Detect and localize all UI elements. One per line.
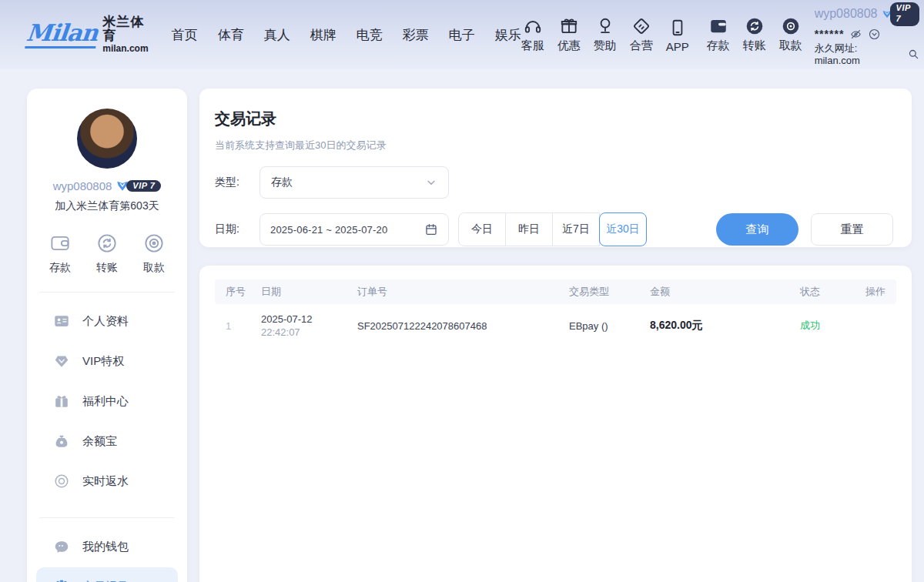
table-row: 1 2025-07-12 22:42:07 SF2025071222420786… <box>215 304 896 347</box>
gem-icon <box>53 353 70 370</box>
sidebar-avatar[interactable] <box>77 109 137 169</box>
row-index: 1 <box>215 320 261 332</box>
logo-cn-name: 米兰体育 <box>102 15 148 44</box>
range-today-button[interactable]: 今日 <box>458 212 506 246</box>
clipboard-icon <box>53 578 70 582</box>
site-logo[interactable]: Milan 米兰体育 milan.com <box>26 15 149 55</box>
transfer-icon <box>745 16 765 36</box>
quick-deposit[interactable]: 存款 <box>49 232 72 275</box>
promo-link[interactable]: 优惠 <box>557 16 581 53</box>
quick-transfer[interactable]: 转账 <box>95 232 119 275</box>
withdraw-link[interactable]: 取款 <box>779 16 802 53</box>
type-filter-row: 类型: 存款 <box>215 166 893 199</box>
range-7days-button[interactable]: 近7日 <box>552 212 600 246</box>
filter-card: 交易记录 当前系统支持查询最近30日的交易记录 类型: 存款 日期: 2025-… <box>199 89 912 247</box>
sidebar-item-label: 个人资料 <box>82 314 129 329</box>
vip-badge: VIP 7 <box>882 2 919 26</box>
sidebar-wallet-menu: 我的钱包 交易记录 <box>27 523 187 582</box>
sidebar-vip-level: VIP 7 <box>126 180 161 192</box>
trophy-icon <box>595 16 615 36</box>
header-icon-menu: 客服 优惠 赞助 合营 APP <box>521 16 802 53</box>
col-index: 序号 <box>215 285 261 299</box>
col-order-no: 订单号 <box>357 285 569 299</box>
eye-off-icon[interactable] <box>849 28 862 41</box>
deposit-link[interactable]: 存款 <box>707 16 730 53</box>
partner-link[interactable]: 合营 <box>630 16 653 53</box>
partner-label: 合营 <box>630 38 653 53</box>
sidebar-item-label: 余额宝 <box>82 434 117 449</box>
sidebar-item-label: 福利中心 <box>82 394 129 409</box>
sponsor-link[interactable]: 赞助 <box>594 16 617 53</box>
user-block: wyp080808 VIP 7 ****** 永久网址: milan.com <box>815 2 920 67</box>
calendar-icon <box>424 222 438 236</box>
service-link[interactable]: 客服 <box>521 16 544 53</box>
date-filter-row: 日期: 2025-06-21 ~ 2025-07-20 今日 昨日 近7日 近3… <box>215 212 893 246</box>
sidebar-item-transactions[interactable]: 交易记录 <box>36 567 178 582</box>
page-title: 交易记录 <box>215 109 893 129</box>
phone-icon <box>668 18 688 38</box>
nav-cards[interactable]: 棋牌 <box>310 26 336 44</box>
transfer-link[interactable]: 转账 <box>743 16 766 53</box>
nav-sports[interactable]: 体育 <box>218 26 244 44</box>
reset-button[interactable]: 重置 <box>811 213 893 246</box>
permanent-url: 永久网址: milan.com <box>815 42 905 68</box>
logo-domain: milan.com <box>102 44 148 54</box>
id-card-icon <box>53 313 70 329</box>
table-header-row: 序号 日期 订单号 交易类型 金额 状态 操作 <box>215 279 896 304</box>
quick-withdraw[interactable]: 取款 <box>142 232 166 275</box>
main-nav: 首页 体育 真人 棋牌 电竞 彩票 电子 娱乐 <box>172 26 521 44</box>
masked-balance: ****** <box>815 28 845 39</box>
sidebar-item-my-wallet[interactable]: 我的钱包 <box>36 527 178 566</box>
nav-entertainment[interactable]: 娱乐 <box>495 26 521 44</box>
money-bag-icon <box>53 433 70 450</box>
wallet-outline-icon <box>49 232 72 255</box>
sidebar-divider <box>39 292 175 293</box>
gift-icon <box>559 16 579 36</box>
magnifier-icon[interactable] <box>907 48 920 61</box>
nav-slots[interactable]: 电子 <box>449 26 475 44</box>
col-actions: 操作 <box>865 285 896 299</box>
date-range-input[interactable]: 2025-06-21 ~ 2025-07-20 <box>259 213 449 246</box>
col-amount: 金额 <box>650 285 800 299</box>
logo-script-text: Milan <box>25 22 99 48</box>
sidebar-item-rebate[interactable]: 实时返水 <box>36 462 178 500</box>
row-type: EBpay () <box>569 320 650 332</box>
nav-home[interactable]: 首页 <box>172 26 198 44</box>
quick-transfer-label: 转账 <box>96 261 118 275</box>
nav-live[interactable]: 真人 <box>264 26 290 44</box>
sidebar-item-vip[interactable]: VIP特权 <box>36 342 178 380</box>
date-label: 日期: <box>215 222 250 236</box>
sidebar-item-label: 实时返水 <box>82 474 129 489</box>
quick-deposit-label: 存款 <box>49 261 71 275</box>
row-order-no: SF202507122242078607468 <box>357 320 569 332</box>
col-status: 状态 <box>800 285 865 299</box>
sidebar-item-welfare[interactable]: 福利中心 <box>36 382 178 420</box>
headset-icon <box>523 16 543 36</box>
range-yesterday-button[interactable]: 昨日 <box>505 212 553 246</box>
row-date-value: 2025-07-12 <box>261 313 357 325</box>
nav-esports[interactable]: 电竞 <box>357 26 383 44</box>
sidebar-item-label: VIP特权 <box>82 354 124 369</box>
type-select[interactable]: 存款 <box>259 166 449 199</box>
nav-lottery[interactable]: 彩票 <box>403 26 429 44</box>
quick-range-group: 今日 昨日 近7日 近30日 <box>458 212 647 246</box>
service-label: 客服 <box>521 38 544 53</box>
date-range-value: 2025-06-21 ~ 2025-07-20 <box>270 224 424 236</box>
row-date: 2025-07-12 22:42:07 <box>261 313 357 338</box>
rebate-rings-icon <box>53 473 70 490</box>
sidebar-item-yuebao[interactable]: 余额宝 <box>36 422 178 460</box>
row-time-value: 22:42:07 <box>261 326 357 338</box>
app-link[interactable]: APP <box>666 18 689 53</box>
row-status: 成功 <box>800 319 865 333</box>
username[interactable]: wyp080808 <box>815 6 878 22</box>
sidebar-item-profile[interactable]: 个人资料 <box>36 302 178 340</box>
top-header: Milan 米兰体育 milan.com 首页 体育 真人 棋牌 电竞 彩票 电… <box>0 0 924 69</box>
search-button[interactable]: 查询 <box>716 213 798 246</box>
sidebar-item-label: 我的钱包 <box>82 540 129 554</box>
my-wallet-icon <box>53 538 70 555</box>
page-subtitle: 当前系统支持查询最近30日的交易记录 <box>215 139 893 152</box>
withdraw-coin-icon <box>781 16 801 36</box>
chevron-circle-icon[interactable] <box>868 28 881 41</box>
range-30days-button[interactable]: 近30日 <box>599 212 647 246</box>
handshake-icon <box>631 16 651 36</box>
